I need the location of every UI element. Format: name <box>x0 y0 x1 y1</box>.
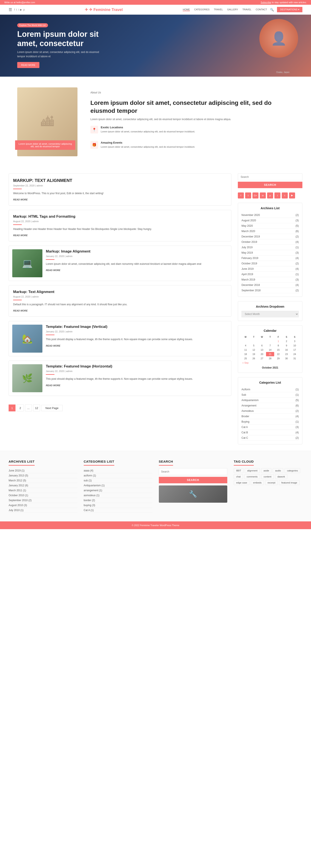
facebook-icon[interactable]: f <box>14 8 15 11</box>
read-more-5[interactable]: READ MORE <box>46 344 60 347</box>
tag-content[interactable]: content <box>261 474 274 479</box>
read-more-1[interactable]: READ MORE <box>13 198 28 201</box>
footer-archive-item[interactable]: June 2019 (1) <box>9 468 77 473</box>
read-more-4[interactable]: READ MORE <box>13 309 28 312</box>
social-youtube-icon[interactable]: ▶ <box>289 192 295 198</box>
read-more-3[interactable]: READ MORE <box>46 269 60 272</box>
footer-archive-item[interactable]: January 2012 (6) <box>9 483 77 488</box>
page-1-button[interactable]: 1 <box>9 404 15 411</box>
category-item[interactable]: Cat C(2) <box>242 435 299 441</box>
footer-category-item[interactable]: border (2) <box>84 498 152 503</box>
subscribe-link[interactable]: Subscribe <box>261 1 271 4</box>
post-title-1[interactable]: MARKUP: TEXT ALIGNMENT <box>13 178 227 183</box>
archive-item[interactable]: July 2019(1) <box>242 245 299 250</box>
tag-comments[interactable]: comments <box>244 474 260 479</box>
footer-archive-item[interactable]: March 2011 (1) <box>9 488 77 493</box>
footer-archive-item[interactable]: July 2010 (1) <box>9 508 77 513</box>
category-item[interactable]: Asmodeus(2) <box>242 408 299 414</box>
footer-archive-item[interactable]: August 2010 (3) <box>9 503 77 508</box>
post-title-4[interactable]: Markup: Text Alignment <box>13 290 227 294</box>
social-facebook-icon[interactable]: f <box>238 192 244 198</box>
archive-item[interactable]: September 2018(2) <box>242 288 299 293</box>
tag-audio[interactable]: audio <box>273 468 283 473</box>
tag-categories[interactable]: categories <box>284 468 300 473</box>
category-item[interactable]: Sub(1) <box>242 392 299 398</box>
social-twitter-icon[interactable]: t <box>245 192 251 198</box>
tag-8bit[interactable]: 8BIT <box>234 468 243 473</box>
tag-excerpt[interactable]: excerpt <box>265 480 278 485</box>
footer-category-item[interactable]: Cat A (1) <box>84 508 152 513</box>
archive-item[interactable]: May 2019(3) <box>242 250 299 255</box>
youtube-icon[interactable]: ▶ <box>20 8 22 11</box>
footer-category-item[interactable]: aciform (1) <box>84 473 152 478</box>
archive-item[interactable]: October 2019(2) <box>242 261 299 266</box>
page-2-button[interactable]: 2 <box>17 404 24 411</box>
tag-alignment[interactable]: alignment <box>245 468 260 473</box>
footer-archive-item[interactable]: March 2012 (5) <box>9 478 77 483</box>
footer-category-item[interactable]: arrangement (1) <box>84 488 152 493</box>
tag-dawork[interactable]: dawork <box>275 474 287 479</box>
nav-item-travel2[interactable]: TRAVEL <box>242 8 251 11</box>
social-instagram-icon[interactable]: i <box>274 192 280 198</box>
archive-item[interactable]: November 2020(2) <box>242 213 299 218</box>
tag-chat[interactable]: chat <box>234 474 243 479</box>
category-item[interactable]: Arrangement(6) <box>242 403 299 408</box>
category-item[interactable]: Antiquarianism(5) <box>242 398 299 403</box>
archive-item[interactable]: June 2019(4) <box>242 266 299 272</box>
nav-item-travel[interactable]: TRAVEL <box>214 8 223 11</box>
tag-aside[interactable]: aside <box>261 468 271 473</box>
archive-item[interactable]: May 2020(5) <box>242 223 299 228</box>
hero-cta-button[interactable]: READ MORE <box>17 62 39 68</box>
instagram-icon[interactable]: i <box>18 8 19 11</box>
footer-category-item[interactable]: buying (3) <box>84 503 152 508</box>
nav-item-home[interactable]: HOME <box>183 8 190 11</box>
footer-search-button[interactable]: SEARCH <box>159 477 227 483</box>
archive-item[interactable]: December 2018(4) <box>242 282 299 288</box>
social-twitter2-icon[interactable]: t <box>282 192 288 198</box>
footer-archive-item[interactable]: January 2013 (5) <box>9 473 77 478</box>
archives-select[interactable]: Select Month <box>242 311 299 317</box>
next-page-button[interactable]: Next Page <box>41 405 63 411</box>
pinterest-icon[interactable]: p <box>23 8 25 11</box>
page-12-button[interactable]: 12 <box>33 404 40 411</box>
category-item[interactable]: Cat A(3) <box>242 425 299 430</box>
post-title-2[interactable]: Markup: HTML Tags and Formatting <box>13 214 227 219</box>
social-linkedin-icon[interactable]: in <box>260 192 266 198</box>
archive-item[interactable]: October 2019(4) <box>242 239 299 245</box>
cal-cell[interactable]: 1 <box>274 339 282 343</box>
read-more-6[interactable]: READ MORE <box>46 384 60 386</box>
archive-item[interactable]: December 2019(2) <box>242 234 299 239</box>
archive-item[interactable]: August 2020(3) <box>242 218 299 223</box>
search-icon[interactable]: 🔍 <box>270 8 274 11</box>
tag-featured-image[interactable]: featured image <box>279 480 300 485</box>
footer-archive-item[interactable]: October 2010 (1) <box>9 493 77 498</box>
category-item[interactable]: Aciform(1) <box>242 387 299 392</box>
category-item[interactable]: Broder(4) <box>242 414 299 419</box>
read-more-2[interactable]: READ MORE <box>13 234 28 237</box>
social-pinterest-icon[interactable]: p <box>267 192 273 198</box>
footer-category-item[interactable]: aaaa (4) <box>84 468 152 473</box>
footer-archive-item[interactable]: September 2010 (2) <box>9 498 77 503</box>
nav-item-categories[interactable]: CATEGORIES <box>194 8 210 11</box>
twitter-icon[interactable]: t <box>16 8 17 11</box>
archive-item[interactable]: March 2019(3) <box>242 277 299 282</box>
sidebar-search-input[interactable] <box>238 174 302 180</box>
category-item[interactable]: Buying(1) <box>242 419 299 425</box>
footer-search-input[interactable] <box>159 468 227 475</box>
post-title-5[interactable]: Template: Featured Image (Vertical) <box>46 324 228 329</box>
cal-prev-nav[interactable]: « Sep <box>242 361 274 365</box>
archive-item[interactable]: April 2019(1) <box>242 272 299 277</box>
archive-item[interactable]: March 2020(6) <box>242 228 299 234</box>
post-title-6[interactable]: Template: Featured Image (Horizontal) <box>46 364 228 369</box>
social-gplus-icon[interactable]: G+ <box>252 192 258 198</box>
tag-embeds[interactable]: embeds <box>251 480 264 485</box>
destinations-button[interactable]: DESTINATIONS ▾ <box>277 7 302 12</box>
post-title-3[interactable]: Markup: Image Alignment <box>46 249 228 254</box>
site-logo[interactable]: ✈ ✈ Feminine Travel <box>85 7 123 12</box>
tag-edge-case[interactable]: edge case <box>234 480 249 485</box>
archive-item[interactable]: February 2019(4) <box>242 255 299 261</box>
nav-item-gallery[interactable]: GALLERY <box>227 8 238 11</box>
footer-category-item[interactable]: Antiquarianism (1) <box>84 483 152 488</box>
footer-category-item[interactable]: sub (1) <box>84 478 152 483</box>
hamburger-icon[interactable]: ☰ <box>9 7 12 12</box>
